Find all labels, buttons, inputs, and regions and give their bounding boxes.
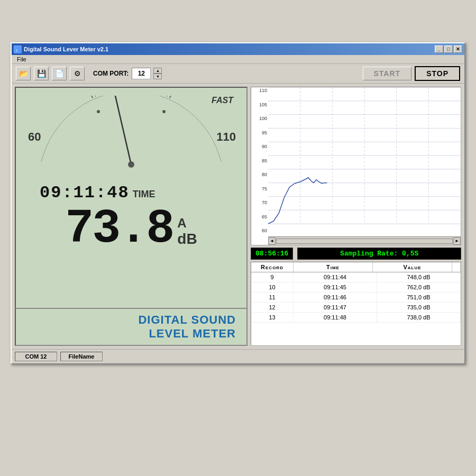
db-reading: 73.8 A dB [65,205,197,253]
title-bar-left: ♪ Digital Sound Lever Meter v2.1 [14,45,108,53]
cell-time: 09:11:44 [294,272,377,282]
filename-status: FileName [60,352,103,361]
y-label-100: 100 [251,116,267,121]
y-label-80: 80 [251,172,267,177]
header-scrollbar-spacer [452,262,461,272]
table-body[interactable]: 9 09:11:44 748,0 dB 10 09:11:45 762,0 dB… [251,272,461,345]
header-value: Value [373,262,452,272]
cell-value: 738,0 dB [377,313,461,322]
title-bar: ♪ Digital Sound Lever Meter v2.1 _ □ ✕ [12,43,464,55]
scale-low: 60 [28,130,41,144]
svg-text:♪: ♪ [15,48,18,53]
db-unit-label: dB [177,231,197,248]
settings-button[interactable]: ⚙ [70,67,85,80]
tick-group [90,96,172,168]
dot-right [162,110,166,113]
meter-arc-svg [24,96,239,170]
time-label: TIME [133,189,155,200]
app-icon: ♪ [14,45,21,53]
table-row: 12 09:11:47 735,0 dB [251,303,461,313]
svg-point-30 [128,161,134,168]
status-bar: COM 12 FileName [12,349,464,363]
cell-record: 13 [251,313,294,322]
com-status: COM 12 [15,352,57,361]
y-label-70: 70 [251,200,267,205]
window-title: Digital Sound Lever Meter v2.1 [24,46,108,52]
start-button[interactable]: START [363,67,412,80]
table-row: 10 09:11:45 762,0 dB [251,282,461,292]
cell-time: 09:11:45 [294,282,377,292]
save-button[interactable]: 💾 [34,67,49,80]
y-label-65: 65 [251,215,267,219]
chart-y-axis: 110 105 100 95 90 85 80 75 70 65 60 [251,87,268,234]
time-value: 09:11:48 [40,183,130,203]
toolbar: 📂 💾 📄 ⚙ COM PORT: ▲ ▼ START STOP [12,64,464,84]
settings-icon: ⚙ [74,69,81,78]
main-content: FAST 60 110 [12,84,464,349]
cell-record: 12 [251,303,294,312]
meter-label-area: DIGITAL SOUND LEVEL METER [15,309,248,346]
com-port-label: COM PORT: [93,70,129,77]
svg-line-29 [114,96,132,167]
minimize-button[interactable]: _ [435,45,443,53]
chart-svg [268,87,461,234]
sampling-rate-display: Sampling Rate: 0,5S [297,248,461,260]
y-label-95: 95 [251,131,267,135]
maximize-button[interactable]: □ [444,45,453,53]
table-row: 11 09:11:46 751,0 dB [251,292,461,303]
cell-time: 09:11:47 [294,303,377,312]
analog-meter: 60 110 [24,96,239,180]
data-table-container: Record Time Value 9 09:11:44 748,0 dB 10… [251,262,461,346]
chart-container: 110 105 100 95 90 85 80 75 70 65 60 [251,87,461,245]
y-label-60: 60 [251,228,267,233]
svg-line-3 [90,96,93,98]
dot-left [97,110,100,113]
cell-record: 11 [251,292,294,302]
cell-value: 735,0 dB [377,303,461,312]
y-label-85: 85 [251,159,267,163]
arc-ticks [41,96,221,162]
chart-area [268,87,461,234]
scale-high: 110 [216,130,236,144]
cell-time: 09:11:46 [294,292,377,302]
meter-panel: FAST 60 110 [15,87,248,346]
y-label-105: 105 [251,103,267,107]
table-header: Record Time Value [251,262,461,272]
spinner-up[interactable]: ▲ [153,68,162,74]
open-icon: 📂 [19,69,28,78]
header-time: Time [294,262,373,272]
right-panel: 110 105 100 95 90 85 80 75 70 65 60 [251,87,461,346]
com-port-input[interactable] [132,68,151,79]
meter-label-line1: DIGITAL SOUND [138,313,236,327]
chart-scrollbar: ◄ ► [268,236,461,245]
elapsed-time-counter: 08:56:16 [251,248,293,260]
spinner-down[interactable]: ▼ [153,74,162,79]
db-a-label: A [177,216,186,231]
close-button[interactable]: ✕ [454,45,462,53]
cell-value: 748,0 dB [377,272,461,282]
db-suffix: A dB [177,216,197,248]
scrollbar-right-button[interactable]: ► [453,237,461,245]
header-record: Record [251,262,294,272]
open-button[interactable]: 📂 [16,67,31,80]
save-icon: 💾 [37,69,46,78]
scrollbar-left-button[interactable]: ◄ [268,237,276,245]
table-row: 9 09:11:44 748,0 dB [251,272,461,282]
chart-line [268,178,327,224]
meter-label-line2: LEVEL METER [149,327,236,341]
title-buttons: _ □ ✕ [435,45,462,53]
y-label-75: 75 [251,187,267,191]
svg-line-27 [167,96,168,97]
status-row: 08:56:16 Sampling Rate: 0,5S [251,248,461,260]
pdf-button[interactable]: 📄 [52,67,67,80]
stop-button[interactable]: STOP [415,66,460,81]
y-label-110: 110 [251,88,267,93]
scrollbar-track[interactable] [276,239,453,244]
cell-value: 762,0 dB [377,282,461,292]
svg-line-4 [94,96,96,97]
pdf-icon: 📄 [55,69,64,78]
table-row: 13 09:11:48 738,0 dB [251,313,461,323]
db-value: 73.8 [65,205,173,253]
menu-file[interactable]: File [14,55,30,63]
menu-bar: File [12,55,464,64]
